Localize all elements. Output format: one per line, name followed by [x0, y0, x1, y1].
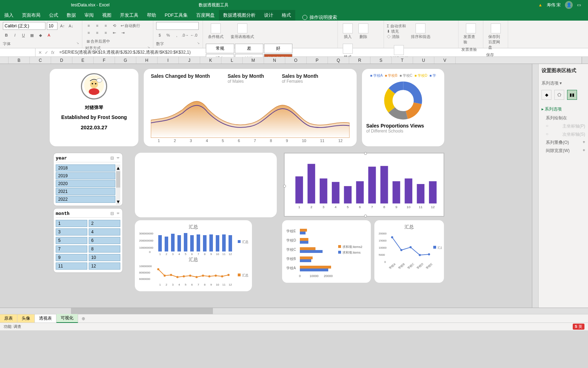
align-left-icon[interactable]: ≡ [85, 29, 92, 36]
slicer-scrollbar[interactable]: ▴▾ [116, 164, 120, 205]
invoice-check-button[interactable]: 发票查验 [461, 22, 480, 46]
ime-indicator[interactable]: S 英 [573, 324, 584, 330]
conditional-formatting-button[interactable]: 条件格式 [206, 22, 226, 41]
decrease-decimal-icon[interactable]: ←.0 [190, 32, 197, 39]
col-header[interactable]: I [158, 57, 179, 64]
underline-button[interactable]: U [20, 32, 27, 39]
col-header[interactable]: C [30, 57, 51, 64]
clear-button[interactable]: ◇ 清除 [387, 34, 406, 39]
enter-formula-icon[interactable]: ✓ [45, 50, 48, 55]
area-chart[interactable] [151, 88, 350, 138]
save-to-baidu-button[interactable]: 保存到百度网盘 [486, 22, 505, 52]
effects-icon[interactable]: ⬠ [554, 90, 564, 100]
secondary-axis-radio[interactable]: ○ 次坐标轴(S) [546, 131, 585, 137]
slicer-item[interactable]: 6 [89, 237, 120, 244]
sheet-tab[interactable]: 头像 [17, 314, 35, 323]
col-header[interactable]: B [9, 57, 30, 64]
tab-view[interactable]: 视图 [98, 10, 116, 21]
insert-cells-button[interactable]: 插入 [341, 22, 355, 41]
select-all-corner[interactable] [0, 57, 9, 64]
multi-select-icon[interactable]: ⊟ [110, 211, 114, 216]
tab-design[interactable]: 设计 [260, 10, 277, 21]
donut-chart[interactable] [384, 81, 423, 120]
fx-icon[interactable]: fx [51, 50, 54, 55]
tab-baidu-drive[interactable]: 百度网盘 [192, 10, 219, 21]
col-header[interactable]: P [307, 57, 328, 64]
col-header[interactable]: D [51, 57, 72, 64]
autosum-button[interactable]: Σ 自动求和 [387, 23, 406, 29]
align-bottom-icon[interactable]: ≡ [102, 22, 109, 29]
tab-page-layout[interactable]: 页面布局 [18, 10, 45, 21]
series-options-section[interactable]: ▸ 系列选项 [542, 106, 585, 112]
tab-pivotchart-analyze[interactable]: 数据透视图分析 [219, 10, 260, 21]
bold-button[interactable]: B [3, 32, 10, 39]
slicer-item[interactable]: 12 [89, 263, 120, 270]
mini-line-chart[interactable]: 1000000080000006000000 123456789101112 汇… [138, 263, 248, 288]
formula-input[interactable]: =SERIES(透视表!$K$19,透视表!$J$20:$J$32,透视表!$K… [57, 49, 588, 55]
slicer-item[interactable]: 5 [56, 237, 87, 244]
percent-format-icon[interactable]: % [165, 32, 172, 39]
fill-outline-icon[interactable]: ◆ [542, 90, 551, 100]
slicer-item[interactable]: 10 [89, 254, 120, 261]
mini-bar-chart[interactable]: 3000000002000000001000000000 12345678910… [138, 230, 248, 255]
vertical-scrollbar-top[interactable] [582, 57, 588, 64]
wrap-text-button[interactable]: ↩自动换行 [119, 22, 142, 29]
align-top-icon[interactable]: ≡ [85, 22, 92, 29]
italic-button[interactable]: I [11, 32, 18, 39]
font-color-button[interactable]: A [45, 32, 53, 39]
col-header[interactable]: E [72, 57, 94, 64]
gap-width-option[interactable]: 间隙宽度(W)+ [546, 148, 585, 154]
col-header[interactable]: G [115, 57, 136, 64]
col-header[interactable]: K [200, 57, 221, 64]
slicer-item[interactable]: 2022 [56, 196, 115, 203]
vertical-scrollbar[interactable] [532, 64, 538, 308]
clear-filter-icon[interactable]: ⫧ [116, 211, 120, 216]
ribbon-display-options-icon[interactable]: ▭ [577, 2, 581, 7]
slicer-item[interactable]: 2019 [56, 172, 115, 179]
col-header[interactable]: F [94, 57, 115, 64]
series-overlap-option[interactable]: 系列重叠(O)+ [546, 140, 585, 146]
selected-bar-chart[interactable]: 123456789101112 [284, 153, 444, 217]
slicer-item[interactable]: 1 [56, 220, 87, 227]
tab-data[interactable]: 数据 [62, 10, 80, 21]
hbar-chart[interactable]: 学校E学校D学校C学校B学校A 01000020000 求和项:items2求和… [286, 224, 367, 279]
clear-filter-icon[interactable]: ⫧ [116, 156, 120, 161]
horizontal-scrollbar[interactable] [0, 308, 588, 314]
fill-color-button[interactable]: ◆ [37, 32, 44, 39]
tell-me-search[interactable]: 操作说明搜索 [302, 14, 337, 21]
col-header[interactable]: J [179, 57, 200, 64]
sort-filter-button[interactable]: 排序和筛选 [409, 22, 433, 41]
tab-pdf-tools[interactable]: PDF工具集 [160, 10, 192, 21]
format-as-table-button[interactable]: 套用表格格式 [229, 22, 256, 41]
col-header[interactable]: M [243, 57, 264, 64]
border-button[interactable]: ▦ [28, 32, 35, 39]
decrease-font-icon[interactable]: A↓ [67, 22, 75, 29]
school-line-chart[interactable]: 20000150001000050000 汇总 学校A学校B学校C学校D学校E [378, 230, 442, 276]
sheet-tab-active[interactable]: 可视化 [56, 314, 78, 323]
slicer-year[interactable]: year ⊟⫧ 2018 2019 2020 2021 2022 ▴▾ [53, 153, 123, 206]
indent-decrease-icon[interactable]: ⇤ [111, 29, 118, 36]
font-name-combo[interactable] [3, 22, 45, 30]
col-header[interactable]: T [392, 57, 413, 64]
tab-developer[interactable]: 开发工具 [116, 10, 143, 21]
delete-cells-button[interactable]: 删除 [356, 22, 370, 41]
tab-help[interactable]: 帮助 [143, 10, 160, 21]
tab-insert[interactable]: 插入 [0, 10, 18, 21]
col-header[interactable]: U [413, 57, 434, 64]
slicer-item[interactable]: 2021 [56, 188, 115, 195]
name-box[interactable] [0, 48, 35, 56]
slicer-item[interactable]: 9 [56, 254, 87, 261]
slicer-item[interactable]: 3 [56, 228, 87, 236]
col-header[interactable]: V [434, 57, 456, 64]
worksheet-canvas[interactable]: 对猪弹琴 Established by Frost Soong 2022.03.… [0, 64, 532, 308]
comma-format-icon[interactable]: , [173, 32, 180, 39]
col-header[interactable]: R [349, 57, 370, 64]
number-dialog-launcher[interactable]: ↘ [197, 41, 200, 47]
sheet-tab[interactable]: 透视表 [35, 314, 56, 323]
slicer-item[interactable]: 2 [89, 220, 120, 227]
col-header[interactable]: S [370, 57, 392, 64]
slicer-month[interactable]: month ⊟⫧ 1 2 3 4 5 6 7 8 9 10 11 12 [53, 208, 123, 273]
slicer-item[interactable]: 7 [56, 245, 87, 253]
align-middle-icon[interactable]: ≡ [94, 22, 101, 29]
new-sheet-button[interactable]: ⊕ [78, 316, 89, 321]
